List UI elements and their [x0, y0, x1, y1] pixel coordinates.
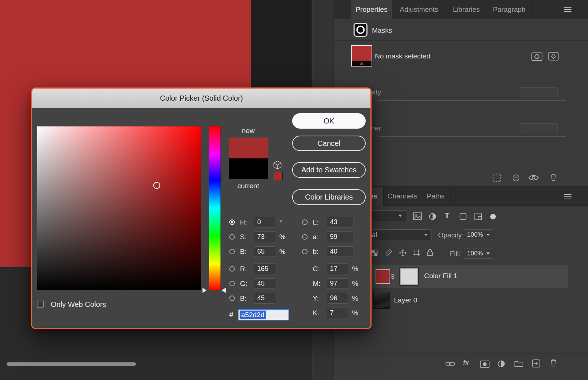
mask-visibility-eye-icon[interactable]	[528, 174, 539, 181]
saturation-brightness-field[interactable]	[37, 126, 201, 290]
s-label: S:	[240, 233, 251, 241]
new-group-folder-icon[interactable]	[514, 360, 523, 367]
b-input[interactable]: 65	[254, 246, 275, 257]
delete-layer-trash-icon[interactable]	[550, 358, 557, 367]
s-input[interactable]: 73	[254, 232, 275, 242]
g-input[interactable]: 45	[254, 278, 275, 289]
h-label: H:	[240, 218, 251, 226]
tab-paths[interactable]: Paths	[421, 187, 451, 206]
density-slider[interactable]	[379, 100, 566, 101]
ok-button[interactable]: OK	[292, 113, 366, 129]
fill-value-dropdown[interactable]: 100%	[464, 248, 493, 259]
load-selection-from-mask-icon[interactable]	[492, 173, 501, 182]
delete-mask-trash-icon[interactable]	[550, 173, 557, 182]
y-label: Y:	[313, 294, 324, 302]
filter-smart-object-icon[interactable]	[474, 213, 482, 220]
opacity-value-dropdown[interactable]: 100%	[464, 229, 493, 240]
color-field-marker[interactable]	[153, 182, 160, 189]
lock-all-padlock-icon[interactable]	[427, 248, 433, 256]
layer-name[interactable]: Layer 0	[394, 296, 417, 304]
panel-menu-icon[interactable]	[564, 7, 572, 12]
color-fill-thumbnail[interactable]	[376, 269, 390, 284]
filter-pixel-layers-icon[interactable]	[413, 212, 422, 220]
green-radio[interactable]	[229, 281, 235, 286]
saturation-radio[interactable]	[229, 234, 235, 240]
density-value-field[interactable]	[520, 87, 557, 97]
divider	[334, 354, 588, 354]
color-libraries-button[interactable]: Color Libraries	[292, 189, 366, 205]
layer-mask-thumbnail[interactable]	[400, 268, 418, 285]
hex-value-selected-text: a52d2d	[240, 311, 266, 319]
k-input[interactable]: 7	[327, 308, 348, 318]
filter-shape-layers-icon[interactable]	[459, 213, 467, 220]
add-pixel-mask-icon[interactable]	[531, 52, 542, 61]
only-web-colors-checkbox[interactable]	[37, 301, 44, 308]
web-safe-warning-cube-icon[interactable]	[273, 161, 282, 169]
m-input[interactable]: 97	[327, 278, 348, 289]
layer-0-thumbnail[interactable]	[373, 292, 390, 309]
current-color-swatch[interactable]	[229, 158, 268, 179]
g-label: G:	[240, 280, 251, 288]
new-adjustment-layer-icon[interactable]	[498, 360, 505, 368]
m-suffix: %	[352, 280, 358, 288]
layer-filter-toggle[interactable]	[490, 214, 496, 219]
c-label: C:	[313, 265, 324, 273]
dialog-title-bar[interactable]: Color Picker (Solid Color)	[32, 89, 370, 108]
lab-a-radio[interactable]	[302, 234, 308, 240]
layer-style-fx-icon[interactable]: fx	[463, 358, 469, 367]
web-safe-color-swatch[interactable]	[274, 172, 283, 180]
feather-value-field[interactable]	[520, 123, 557, 133]
blue-radio[interactable]	[229, 295, 235, 301]
add-to-swatches-button[interactable]: Add to Swatches	[292, 162, 366, 178]
opacity-label: Opacity:	[438, 231, 464, 239]
red-radio[interactable]	[229, 266, 235, 272]
lab-b-radio[interactable]	[302, 249, 308, 254]
s-suffix: %	[279, 233, 286, 241]
hex-prefix-label: #	[229, 311, 233, 319]
hue-slider-left-arrow[interactable]	[202, 288, 207, 293]
hue-slider-right-arrow[interactable]	[222, 288, 226, 293]
b2-input[interactable]: 45	[254, 293, 275, 304]
link-layers-icon[interactable]	[445, 361, 455, 366]
c-input[interactable]: 17	[327, 264, 348, 274]
add-vector-mask-icon[interactable]	[548, 51, 559, 61]
y-input[interactable]: 96	[327, 293, 348, 304]
l-input[interactable]: 43	[327, 217, 354, 227]
new-color-label: new	[229, 127, 268, 135]
lock-artboard-icon[interactable]	[413, 249, 420, 257]
feather-slider[interactable]	[379, 136, 566, 137]
add-layer-mask-icon[interactable]	[480, 361, 490, 368]
r-input[interactable]: 165	[254, 264, 275, 274]
tab-properties[interactable]: Properties	[351, 0, 392, 19]
document-horizontal-scrollbar[interactable]	[7, 362, 136, 366]
fill-label: Fill:	[450, 250, 461, 258]
new-layer-icon[interactable]	[532, 359, 540, 368]
h-input[interactable]: 0	[254, 217, 275, 227]
color-picker-dialog: Color Picker (Solid Color) new current O…	[31, 87, 372, 329]
tab-channels[interactable]: Channels	[384, 187, 421, 206]
tab-adjustments[interactable]: Adjustments	[392, 0, 446, 19]
hue-radio[interactable]	[229, 219, 235, 225]
filter-type-layers-icon[interactable]: T	[445, 211, 449, 220]
lock-image-pixels-brush-icon[interactable]	[385, 249, 392, 256]
b3-input[interactable]: 40	[327, 246, 354, 257]
layers-panel-menu-icon[interactable]	[564, 194, 572, 199]
masks-panel-title: Masks	[372, 26, 392, 35]
fill-layer-thumbnail[interactable]	[351, 45, 372, 67]
masks-panel-icon	[354, 23, 368, 37]
tab-paragraph[interactable]: Paragraph	[487, 0, 532, 19]
tab-libraries[interactable]: Libraries	[446, 0, 487, 19]
lab-l-radio[interactable]	[302, 219, 308, 225]
layer-name[interactable]: Color Fill 1	[424, 272, 458, 280]
hex-input[interactable]: a52d2d	[238, 309, 289, 320]
apply-mask-icon[interactable]	[512, 173, 520, 182]
cancel-button[interactable]: Cancel	[292, 136, 366, 151]
k-label: K:	[313, 309, 324, 317]
lock-position-move-icon[interactable]	[399, 249, 406, 257]
layer-mask-link-icon[interactable]: ∞	[389, 272, 398, 281]
hue-slider[interactable]	[209, 126, 221, 290]
a-input[interactable]: 59	[327, 232, 354, 242]
filter-adjustment-layers-icon[interactable]	[429, 213, 436, 220]
brightness-radio[interactable]	[229, 249, 235, 254]
lock-transparent-pixels-icon[interactable]	[371, 250, 378, 256]
